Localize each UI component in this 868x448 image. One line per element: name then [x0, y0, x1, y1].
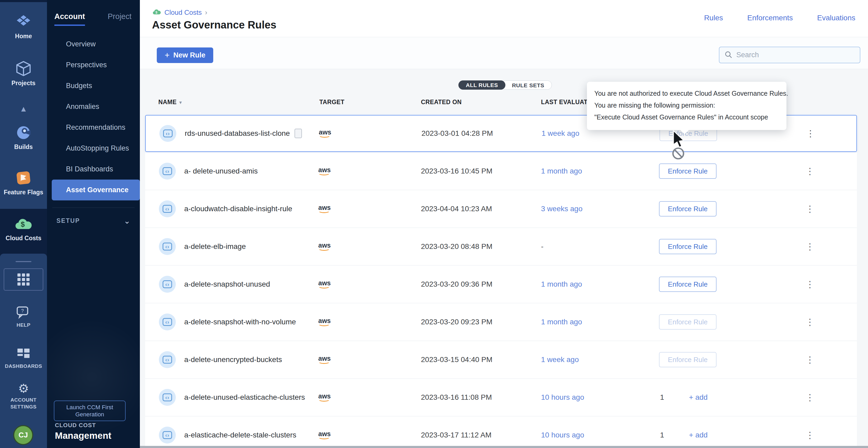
- rule-type-icon: ‹›: [159, 238, 176, 255]
- chevron-right-icon: ›: [205, 8, 208, 16]
- enforce-rule-button[interactable]: Enforce Rule: [659, 352, 716, 367]
- chevron-down-icon: ⌄: [124, 216, 130, 226]
- rule-name[interactable]: rds-unused-databases-list-clone: [185, 129, 302, 138]
- last-evaluation-link[interactable]: 3 weeks ago: [541, 205, 583, 213]
- mouse-cursor-not-allowed: [670, 130, 690, 162]
- user-avatar[interactable]: CJ: [13, 425, 33, 445]
- svg-text:?: ?: [21, 308, 24, 313]
- table-row[interactable]: ‹› a-delete-snapshot-unused aws 2023-03-…: [145, 266, 857, 303]
- sidebar-item-budgets[interactable]: Budgets: [47, 75, 140, 96]
- rail-item-home[interactable]: Home: [0, 14, 47, 40]
- last-evaluation-link[interactable]: 10 hours ago: [541, 431, 584, 439]
- rail-item-cloud-costs[interactable]: $ Cloud Costs: [0, 217, 47, 242]
- table-row[interactable]: ‹› a-delete-unused-elasticache-clusters …: [145, 379, 857, 416]
- kebab-menu[interactable]: ⋮: [806, 130, 815, 137]
- aws-logo-text: aws: [319, 129, 331, 136]
- sidebar-item-bi-dashboards[interactable]: BI Dashboards: [47, 159, 140, 179]
- sidebar-item-autostopping-rules[interactable]: AutoStopping Rules: [47, 138, 140, 159]
- rail-item-label: Cloud Costs: [0, 235, 47, 242]
- sidebar-item-asset-governance[interactable]: Asset Governance: [52, 179, 140, 200]
- nav-evaluations[interactable]: Evaluations: [817, 14, 855, 22]
- copy-icon[interactable]: [294, 129, 302, 138]
- rule-name[interactable]: a-delete-unused-elasticache-clusters: [184, 393, 305, 402]
- rail-collapse-chevron-icon[interactable]: ▲: [0, 104, 47, 113]
- aws-target-logo: aws: [318, 242, 331, 251]
- last-evaluation-link[interactable]: 1 month ago: [541, 167, 582, 175]
- enforce-rule-button[interactable]: Enforce Rule: [659, 201, 716, 216]
- toggle-all-rules[interactable]: ALL RULES: [458, 80, 505, 90]
- rail-item-help[interactable]: ? HELP: [0, 305, 47, 329]
- kebab-menu[interactable]: ⋮: [805, 280, 814, 288]
- rule-type-icon: ‹›: [159, 351, 176, 368]
- aws-logo-text: aws: [318, 392, 331, 400]
- sidebar-item-recommendations[interactable]: Recommendations: [47, 117, 140, 138]
- rule-name[interactable]: a-delete-elb-image: [184, 242, 246, 251]
- search-icon: [724, 50, 733, 60]
- rule-type-icon: ‹›: [159, 163, 176, 179]
- sidebar-item-anomalies[interactable]: Anomalies: [47, 96, 140, 117]
- builds-icon: [0, 125, 47, 141]
- table-row[interactable]: ‹› a-elasticache-delete-stale-clusters a…: [145, 417, 857, 448]
- help-chat-icon: ?: [0, 305, 47, 319]
- table-row[interactable]: ‹› a- delete-unused-amis aws 2023-03-16 …: [145, 153, 857, 189]
- kebab-menu[interactable]: ⋮: [805, 318, 814, 326]
- kebab-menu[interactable]: ⋮: [805, 205, 814, 213]
- app-window: Home Projects ▲ Builds: [0, 0, 868, 448]
- last-evaluation-link[interactable]: 1 month ago: [541, 318, 582, 326]
- tab-account[interactable]: Account: [54, 12, 85, 26]
- breadcrumb[interactable]: $ Cloud Costs ›: [152, 8, 207, 16]
- rail-item-dashboards[interactable]: DASHBOARDS: [0, 347, 47, 370]
- rule-name[interactable]: a-elasticache-delete-stale-clusters: [184, 431, 297, 439]
- rail-item-account-settings[interactable]: ⚙ ACCOUNT SETTINGS: [0, 382, 47, 410]
- launch-ccm-first-gen-button[interactable]: Launch CCM First Generation: [54, 401, 126, 421]
- sidebar-item-overview[interactable]: Overview: [47, 34, 140, 55]
- new-rule-label: New Rule: [174, 51, 206, 59]
- rule-type-icon: ‹›: [159, 389, 176, 406]
- new-rule-button[interactable]: + New Rule: [157, 47, 213, 63]
- enforce-rule-button[interactable]: Enforce Rule: [659, 239, 716, 254]
- sidebar-item-perspectives[interactable]: Perspectives: [47, 55, 140, 75]
- rail-item-label: Feature Flags: [0, 189, 47, 196]
- search-box[interactable]: [719, 47, 860, 63]
- rule-name[interactable]: a-delete-snapshot-with-no-volume: [184, 318, 296, 326]
- search-input[interactable]: [736, 51, 855, 59]
- breadcrumb-cloud-costs[interactable]: Cloud Costs: [164, 8, 202, 16]
- rail-item-feature-flags[interactable]: Feature Flags: [0, 170, 47, 196]
- kebab-menu[interactable]: ⋮: [805, 393, 814, 401]
- column-header-name[interactable]: NAME▾: [158, 99, 182, 106]
- kebab-menu[interactable]: ⋮: [805, 431, 814, 439]
- enforce-rule-button[interactable]: Enforce Rule: [659, 277, 716, 292]
- last-evaluation-link[interactable]: 1 week ago: [541, 355, 579, 364]
- rule-name[interactable]: a-delete-unencrypted-buckets: [184, 355, 282, 364]
- kebab-menu[interactable]: ⋮: [805, 356, 814, 364]
- kebab-menu[interactable]: ⋮: [805, 243, 814, 250]
- rule-name[interactable]: a-delete-snapshot-unused: [184, 280, 270, 288]
- table-row[interactable]: ‹› a-delete-snapshot-with-no-volume aws …: [145, 304, 857, 340]
- module-picker-button[interactable]: [4, 269, 43, 290]
- setup-section-toggle[interactable]: SETUP ⌄: [57, 216, 130, 226]
- last-evaluation-link[interactable]: 10 hours ago: [541, 393, 584, 402]
- tab-project[interactable]: Project: [108, 12, 131, 26]
- rail-item-builds[interactable]: Builds: [0, 125, 47, 150]
- rule-name[interactable]: a- delete-unused-amis: [184, 167, 258, 175]
- last-evaluation-link[interactable]: 1 month ago: [541, 280, 582, 288]
- table-row[interactable]: ‹› a-delete-unencrypted-buckets aws 2023…: [145, 341, 857, 378]
- enforce-rule-button[interactable]: Enforce Rule: [659, 164, 716, 179]
- toggle-rule-sets[interactable]: RULE SETS: [501, 80, 552, 90]
- last-evaluation-link[interactable]: -: [541, 242, 544, 251]
- brand-management: Management: [55, 430, 112, 441]
- kebab-menu[interactable]: ⋮: [805, 167, 814, 175]
- nav-enforcements[interactable]: Enforcements: [747, 14, 793, 22]
- tooltip-line: "Execute Cloud Asset Governance Rules" i…: [594, 111, 779, 123]
- add-enforcement-link[interactable]: + add: [689, 431, 708, 439]
- enforcement-count: 1: [660, 393, 664, 402]
- enforce-rule-button[interactable]: Enforce Rule: [659, 314, 716, 330]
- sort-caret-icon: ▾: [179, 100, 182, 105]
- last-evaluation-link[interactable]: 1 week ago: [541, 129, 579, 138]
- rail-item-projects[interactable]: Projects: [0, 60, 47, 87]
- add-enforcement-link[interactable]: + add: [689, 393, 708, 402]
- rule-name[interactable]: a-cloudwatch-disable-insight-rule: [184, 205, 292, 213]
- table-row[interactable]: ‹› a-delete-elb-image aws 2023-03-20 08:…: [145, 228, 857, 265]
- table-row[interactable]: ‹› a-cloudwatch-disable-insight-rule aws…: [145, 191, 857, 227]
- nav-rules[interactable]: Rules: [704, 14, 723, 22]
